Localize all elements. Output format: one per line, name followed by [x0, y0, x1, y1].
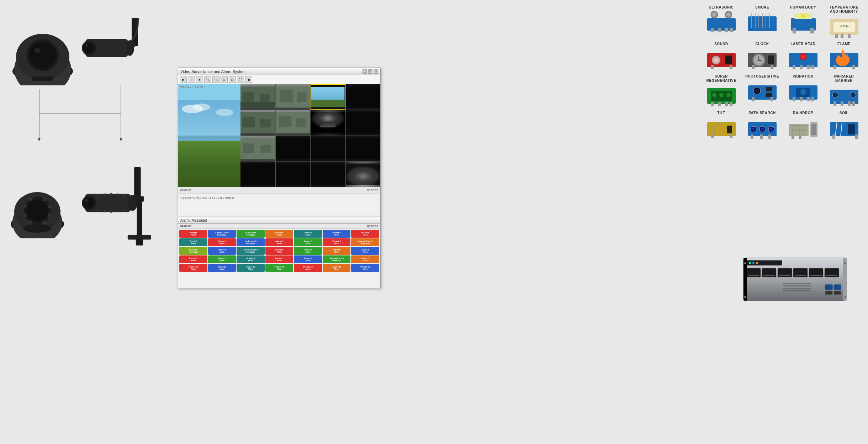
svg-rect-229 [826, 275, 837, 276]
svg-rect-159 [766, 87, 772, 91]
alarm-cell[interactable]: Alarm&Door 5Homepage [351, 238, 379, 246]
alarm-cell[interactable]: Preset 5Alarm [208, 247, 236, 255]
svg-rect-211 [855, 134, 858, 139]
alarm-cell[interactable]: Alarm 5Alarm [323, 247, 351, 255]
svg-point-50 [123, 209, 126, 212]
svg-rect-161 [752, 97, 755, 101]
video-cell-4-black[interactable] [346, 84, 381, 110]
video-cell-10-black[interactable] [276, 136, 311, 161]
alarm-cell[interactable]: Preset 5Alarm [208, 255, 236, 263]
svg-rect-224 [748, 275, 759, 276]
alarm-cell[interactable]: Alarm&Door 5Homepage [237, 247, 265, 255]
svg-rect-110 [748, 28, 777, 31]
sensor-image-path-search [746, 117, 778, 140]
alarm-cell[interactable]: Preset 11Alarm [179, 264, 207, 272]
alarm-cell[interactable]: Alarm 5Alarm [294, 255, 322, 263]
toolbar-pause[interactable]: ⏸ [188, 76, 195, 83]
alarm-cell[interactable]: Preset 5Alarm [265, 247, 293, 255]
svg-rect-143 [811, 65, 814, 69]
alarm-cell[interactable]: Alarm 5Alarm [351, 247, 379, 255]
video-cell-5[interactable] [240, 110, 275, 135]
alarm-cell[interactable]: Preset 5Homepage [179, 247, 207, 255]
toolbar-zoom-in[interactable]: 🔍 [204, 76, 211, 83]
toolbar-play[interactable]: ▶ [180, 76, 187, 83]
svg-rect-203 [811, 124, 816, 135]
titlebar-controls[interactable]: _ □ × [362, 69, 378, 74]
alarm-cell[interactable]: Preset 5Alarm [265, 230, 293, 238]
sensor-image-human-body [787, 11, 819, 34]
video-cell-15-black[interactable] [311, 162, 345, 187]
video-cell-9[interactable] [240, 136, 275, 161]
alarm-cell[interactable]: Preset 5Alarm [237, 255, 265, 263]
svg-rect-101 [730, 28, 733, 32]
alarm-cell[interactable]: Preset 5Alarm [294, 238, 322, 246]
svg-rect-56 [178, 136, 240, 141]
toolbar-fullscreen[interactable]: ⛶ [237, 76, 244, 83]
alarm-cell[interactable]: Preset 5Alarm [323, 230, 351, 238]
alarm-cell[interactable]: Alarm 5Alarm [208, 238, 236, 246]
sensor-label-human-body: HUMAN BODY [790, 5, 816, 10]
video-cell-11-black[interactable] [311, 136, 345, 161]
time-left: 00:00:00 [180, 189, 191, 192]
video-cell-6[interactable] [276, 110, 311, 135]
video-cell-16-misty[interactable] [346, 162, 381, 187]
svg-rect-232 [825, 291, 832, 295]
video-cell-1[interactable] [240, 84, 275, 110]
alarm-cell[interactable]: Preset 12Alarm [351, 264, 379, 272]
svg-point-46 [97, 209, 99, 212]
alarm-cell[interactable]: Alarm&Door5Homepage [208, 230, 236, 238]
sensor-label-vibration: VIBRATION [793, 74, 814, 79]
toolbar-stop[interactable]: ■ [196, 76, 203, 83]
video-cell-7-stairway[interactable] [311, 110, 345, 135]
video-cell-3-highlighted[interactable] [311, 84, 345, 110]
svg-rect-169 [811, 97, 814, 101]
alarm-cell[interactable]: Alarm 11Alarm [208, 264, 236, 272]
alarm-cell[interactable]: Preset 5Alarm [351, 230, 379, 238]
toolbar-zoom-out[interactable]: 🔍 [212, 76, 219, 83]
svg-point-42 [104, 194, 106, 196]
alarm-cell[interactable]: Alarm 12Alarm [323, 264, 351, 272]
main-video-panel[interactable]: 2023-01-01 12:00:00 [178, 84, 240, 187]
alarm-cell[interactable]: No Preset 5Homepage [237, 238, 265, 246]
alarm-cell[interactable]: Preset 12Alarm [294, 264, 322, 272]
toolbar-record[interactable]: ⏺ [245, 76, 252, 83]
svg-point-150 [719, 93, 724, 97]
alarm-cell[interactable]: Preset 11Alarm [265, 264, 293, 272]
alarm-cell[interactable]: Preset 5Alarm [179, 255, 207, 263]
svg-point-172 [850, 92, 856, 98]
toolbar-grid[interactable]: ⊟ [229, 76, 236, 83]
svg-rect-88 [240, 164, 275, 185]
svg-point-49 [117, 210, 119, 212]
maximize-button[interactable]: □ [368, 69, 372, 74]
svg-point-149 [712, 93, 716, 97]
sensor-ultrasonic: ULTRASONIC [703, 5, 740, 38]
video-cell-8-black[interactable] [346, 110, 381, 135]
alarm-time-end: 00:00:00 [367, 224, 378, 228]
alarm-cell[interactable]: Alarm 5Alarm [265, 238, 293, 246]
alarm-cell[interactable]: Preset 5Alarm [323, 238, 351, 246]
alarm-cell[interactable]: Alarm 5Alarm [351, 255, 379, 263]
svg-rect-72 [260, 119, 270, 128]
alarm-cell[interactable]: Preset5Alarm [179, 230, 207, 238]
video-cell-2[interactable] [276, 84, 311, 110]
svg-point-165 [800, 89, 806, 95]
svg-point-37 [128, 195, 138, 211]
close-button[interactable]: × [374, 69, 378, 74]
svg-rect-236 [783, 288, 811, 289]
svg-rect-182 [730, 134, 732, 138]
alarm-cell[interactable]: Preset 5Alarm [294, 230, 322, 238]
svg-point-24 [27, 200, 48, 221]
video-cell-12-black[interactable] [346, 136, 381, 161]
minimize-button[interactable]: _ [362, 69, 367, 74]
alarm-cell[interactable]: Preset 5Alarm [294, 247, 322, 255]
alarm-cell[interactable]: Preset 5Alarm [265, 255, 293, 263]
main-video-feed: 2023-01-01 12:00:00 [178, 84, 240, 187]
alarm-cell[interactable]: Preset 11Alarm [237, 264, 265, 272]
video-cell-13-black[interactable] [240, 162, 275, 187]
alarm-cell[interactable]: No Preset 5Homepage [237, 230, 265, 238]
sensor-image-tilt [705, 117, 737, 140]
video-cell-14-black[interactable] [276, 162, 311, 187]
alarm-cell[interactable]: Tour5EAlarm [179, 238, 207, 246]
alarm-cell[interactable]: Alarm&Door 5Homepage [323, 255, 351, 263]
toolbar-fit[interactable]: ⊞ [221, 76, 228, 83]
